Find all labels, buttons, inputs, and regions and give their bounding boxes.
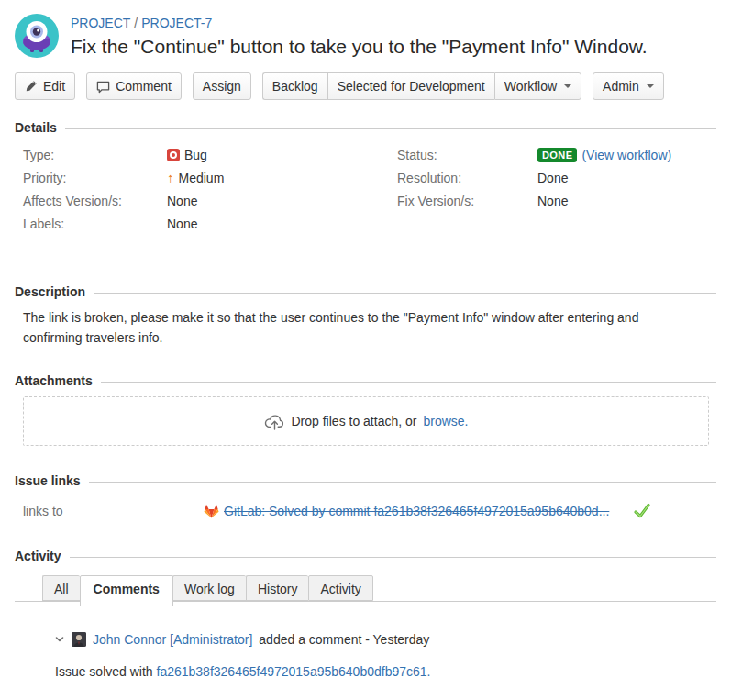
- browse-link[interactable]: browse.: [423, 414, 468, 428]
- workflow-button-label: Workflow: [504, 79, 557, 94]
- type-row: Type: Bug: [23, 143, 370, 166]
- type-label: Type:: [23, 148, 167, 162]
- green-check-icon: [633, 503, 651, 519]
- resolution-row: Resolution: Done: [397, 166, 716, 189]
- comment-text: Issue solved with: [55, 664, 153, 679]
- chevron-down-icon: [647, 84, 654, 88]
- pencil-icon: [25, 80, 38, 93]
- attachment-dropzone[interactable]: Drop files to attach, or browse.: [23, 396, 709, 446]
- backlog-button[interactable]: Backlog: [262, 72, 327, 100]
- labels-label: Labels:: [23, 217, 167, 231]
- resolution-value: Done: [537, 171, 568, 185]
- admin-button-label: Admin: [603, 79, 639, 94]
- backlog-button-label: Backlog: [272, 79, 318, 94]
- issue-title: Fix the "Continue" button to take you to…: [71, 36, 648, 58]
- affects-version-value: None: [167, 194, 197, 208]
- edit-button-label: Edit: [43, 79, 65, 94]
- details-right-column: Status: DONE (View workflow) Resolution:…: [370, 143, 716, 235]
- link-relation-label: links to: [23, 504, 204, 518]
- activity-tabs-bar: All Comments Work log History Activity: [15, 575, 716, 612]
- breadcrumb-issue-link[interactable]: PROJECT-7: [141, 16, 212, 30]
- toolbar: Edit Comment Assign Backlog Selected for…: [15, 72, 716, 100]
- tab-history[interactable]: History: [246, 575, 309, 601]
- details-section: Details Type: Bug Priority: ↑ Medium: [15, 120, 716, 235]
- labels-row: Labels: None: [23, 212, 370, 235]
- workflow-button-group: Backlog Selected for Development Workflo…: [262, 72, 581, 100]
- comment-meta: added a comment - Yesterday: [259, 632, 429, 647]
- section-divider: [70, 557, 716, 558]
- affects-version-label: Affects Version/s:: [23, 194, 167, 208]
- tab-all[interactable]: All: [42, 575, 80, 601]
- issue-links-section: Issue links links to GitLab: Solved by c…: [15, 473, 716, 519]
- priority-value: Medium: [179, 171, 225, 185]
- details-left-column: Type: Bug Priority: ↑ Medium Affects Ver…: [23, 143, 370, 235]
- fix-version-value: None: [537, 194, 568, 208]
- comment-button[interactable]: Comment: [86, 72, 182, 100]
- dropzone-text: Drop files to attach, or: [292, 414, 417, 428]
- description-text: The link is broken, please make it so th…: [15, 299, 714, 348]
- tab-activity[interactable]: Activity: [308, 575, 372, 601]
- priority-row: Priority: ↑ Medium: [23, 166, 370, 189]
- section-divider: [94, 293, 716, 294]
- fix-version-label: Fix Version/s:: [397, 194, 537, 208]
- issue-link-row: links to GitLab: Solved by commit fa261b…: [15, 503, 716, 519]
- section-divider: [101, 382, 716, 383]
- gitlab-icon: [204, 504, 219, 518]
- breadcrumb: PROJECT/PROJECT-7: [71, 16, 648, 30]
- project-avatar-icon: [15, 14, 59, 58]
- cloud-upload-icon: [264, 413, 285, 430]
- section-divider: [89, 482, 716, 483]
- labels-value: None: [167, 217, 197, 231]
- admin-dropdown-button[interactable]: Admin: [593, 72, 664, 100]
- details-heading: Details: [15, 120, 57, 135]
- attachments-section: Attachments Drop files to attach, or bro…: [15, 373, 716, 446]
- selected-for-development-label: Selected for Development: [338, 79, 485, 94]
- edit-button[interactable]: Edit: [15, 72, 75, 100]
- description-section: Description The link is broken, please m…: [15, 284, 716, 348]
- breadcrumb-separator: /: [134, 16, 138, 30]
- tab-comments[interactable]: Comments: [80, 575, 173, 606]
- comment-body: Issue solved with fa261b38f326465f497201…: [55, 662, 716, 681]
- comment-button-label: Comment: [116, 79, 172, 94]
- commit-hash-link[interactable]: fa261b38f326465f4972015a95b640b0dfb97c61…: [157, 664, 431, 679]
- attachments-heading: Attachments: [15, 373, 93, 388]
- status-row: Status: DONE (View workflow): [397, 143, 716, 166]
- breadcrumb-project-link[interactable]: PROJECT: [71, 16, 130, 30]
- status-label: Status:: [397, 148, 537, 162]
- fix-version-row: Fix Version/s: None: [397, 189, 716, 212]
- assign-button[interactable]: Assign: [193, 72, 251, 100]
- assign-button-label: Assign: [203, 79, 241, 94]
- activity-heading: Activity: [15, 549, 61, 563]
- view-workflow-link[interactable]: (View workflow): [581, 148, 671, 162]
- gitlab-commit-link[interactable]: GitLab: Solved by commit fa261b38f326465…: [224, 504, 609, 518]
- comment-item: John Connor [Administrator] added a comm…: [55, 632, 716, 681]
- affects-version-row: Affects Version/s: None: [23, 189, 370, 212]
- bug-icon: [167, 149, 180, 161]
- type-value: Bug: [184, 148, 207, 162]
- issue-header: PROJECT/PROJECT-7 Fix the "Continue" but…: [15, 13, 716, 58]
- description-heading: Description: [15, 284, 85, 299]
- selected-for-development-button[interactable]: Selected for Development: [327, 72, 494, 100]
- priority-label: Priority:: [23, 171, 167, 185]
- chevron-down-icon: [564, 84, 571, 88]
- speech-bubble-icon: [96, 80, 110, 94]
- comment-author-link[interactable]: John Connor [Administrator]: [93, 632, 252, 647]
- collapse-chevron-icon[interactable]: [55, 636, 64, 643]
- issue-page: PROJECT/PROJECT-7 Fix the "Continue" but…: [0, 0, 731, 681]
- section-divider: [65, 128, 716, 129]
- issue-links-heading: Issue links: [15, 473, 81, 488]
- user-avatar: [72, 632, 86, 647]
- comment-header: John Connor [Administrator] added a comm…: [55, 632, 716, 647]
- status-badge: DONE: [537, 148, 577, 162]
- resolution-label: Resolution:: [397, 171, 537, 185]
- workflow-dropdown-button[interactable]: Workflow: [494, 72, 581, 100]
- tab-work-log[interactable]: Work log: [172, 575, 246, 601]
- priority-medium-arrow-up-icon: ↑: [167, 171, 174, 184]
- activity-section: Activity All Comments Work log History A…: [15, 549, 716, 612]
